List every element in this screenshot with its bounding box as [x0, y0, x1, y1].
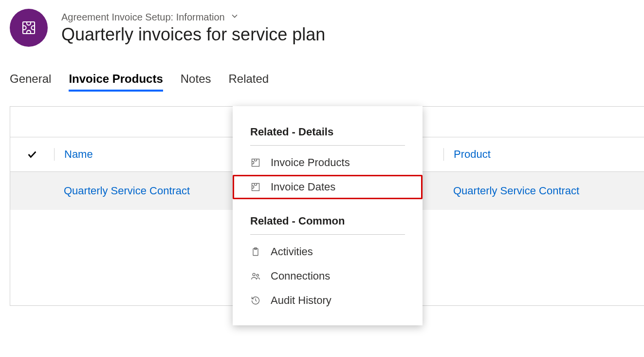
record-type-icon [10, 9, 48, 47]
breadcrumb-text: Agreement Invoice Setup: Information [61, 12, 225, 23]
page-header: Agreement Invoice Setup: Information Qua… [0, 0, 644, 47]
chevron-down-icon [230, 11, 239, 23]
row-product-link[interactable]: Quarterly Service Contract [453, 185, 579, 197]
tab-related[interactable]: Related [228, 72, 269, 91]
breadcrumb[interactable]: Agreement Invoice Setup: Information [61, 11, 325, 23]
dropdown-divider [250, 145, 405, 146]
dropdown-item-invoice-products[interactable]: Invoice Products [233, 150, 423, 175]
people-icon [250, 271, 261, 282]
dropdown-item-audit-history[interactable]: Audit History [233, 288, 423, 313]
clipboard-icon [250, 246, 261, 257]
page-title: Quarterly invoices for service plan [61, 24, 325, 45]
tab-notes[interactable]: Notes [181, 72, 211, 91]
puzzle-icon [250, 182, 261, 192]
dropdown-item-label: Activities [271, 245, 313, 258]
svg-rect-1 [252, 159, 259, 167]
svg-rect-2 [252, 184, 259, 191]
puzzle-icon [250, 157, 261, 168]
tab-invoice-products[interactable]: Invoice Products [69, 72, 163, 91]
column-header-product[interactable]: Product [443, 148, 644, 161]
dropdown-item-label: Invoice Products [271, 156, 350, 169]
related-dropdown: Related - Details Invoice Products Invoi… [233, 106, 423, 325]
svg-point-5 [253, 273, 255, 276]
dropdown-item-label: Connections [271, 270, 330, 282]
row-name-link[interactable]: Quarterly Service Contract [64, 185, 190, 197]
svg-point-6 [257, 274, 258, 276]
svg-rect-0 [23, 22, 35, 34]
tab-bar: General Invoice Products Notes Related [0, 47, 644, 91]
dropdown-section-common-title: Related - Common [233, 208, 423, 231]
dropdown-divider [250, 234, 405, 235]
dropdown-item-connections[interactable]: Connections [233, 264, 423, 288]
dropdown-item-activities[interactable]: Activities [233, 240, 423, 264]
dropdown-item-invoice-dates[interactable]: Invoice Dates [233, 175, 423, 199]
tab-general[interactable]: General [10, 72, 51, 91]
history-icon [250, 295, 261, 306]
dropdown-item-label: Invoice Dates [271, 181, 335, 193]
select-all-checkmark[interactable] [10, 149, 54, 160]
dropdown-item-label: Audit History [271, 294, 331, 307]
dropdown-section-details-title: Related - Details [233, 119, 423, 142]
